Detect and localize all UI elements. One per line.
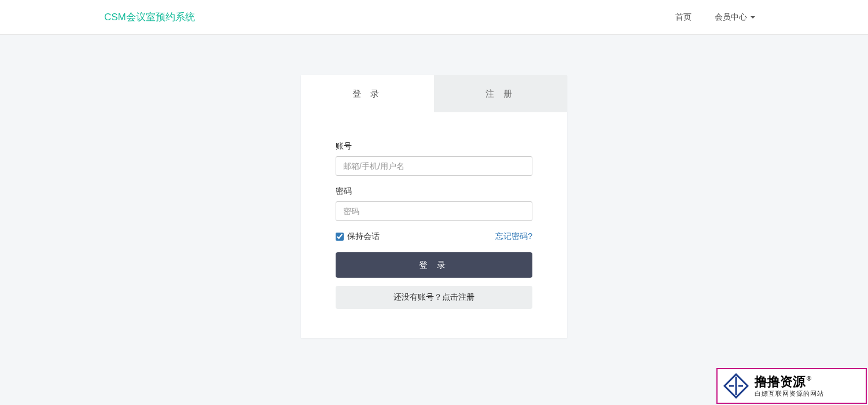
tab-register[interactable]: 注 册 — [434, 75, 567, 112]
navbar-right: 首页 会员中心 — [667, 6, 764, 28]
keep-session-wrap[interactable]: 保持会话 — [336, 231, 380, 242]
navbar: CSM会议室预约系统 首页 会员中心 — [0, 0, 868, 35]
login-button[interactable]: 登 录 — [336, 252, 532, 278]
password-label: 密码 — [336, 186, 532, 197]
tab-login[interactable]: 登 录 — [301, 75, 434, 112]
watermark-logo-icon — [723, 373, 749, 399]
auth-tabs: 登 录 注 册 — [301, 75, 567, 112]
keep-session-checkbox[interactable] — [336, 233, 344, 241]
brand-link[interactable]: CSM会议室预约系统 — [104, 10, 195, 24]
watermark: 撸撸资源 ® 白嫖互联网资源的网站 — [716, 368, 867, 404]
go-register-button[interactable]: 还没有账号？点击注册 — [336, 286, 532, 309]
watermark-text: 撸撸资源 ® 白嫖互联网资源的网站 — [755, 375, 824, 397]
password-input[interactable] — [336, 201, 532, 221]
watermark-subtitle: 白嫖互联网资源的网站 — [755, 390, 824, 397]
nav-home[interactable]: 首页 — [667, 6, 700, 28]
login-form: 账号 密码 保持会话 忘记密码? 登 录 还没有账号？点击注册 — [301, 112, 567, 338]
account-group: 账号 — [336, 141, 532, 176]
nav-member-center-label: 会员中心 — [715, 12, 747, 23]
password-group: 密码 — [336, 186, 532, 221]
forgot-password-link[interactable]: 忘记密码? — [495, 231, 532, 242]
nav-member-center[interactable]: 会员中心 — [706, 6, 764, 28]
account-label: 账号 — [336, 141, 532, 152]
caret-down-icon — [751, 16, 755, 19]
registered-icon: ® — [807, 375, 811, 382]
watermark-title: 撸撸资源 ® — [755, 375, 824, 389]
options-row: 保持会话 忘记密码? — [336, 231, 532, 242]
account-input[interactable] — [336, 156, 532, 176]
keep-session-label: 保持会话 — [347, 231, 380, 242]
login-panel: 登 录 注 册 账号 密码 保持会话 忘记密码? 登 录 还没有账号？点击注册 — [301, 75, 567, 338]
